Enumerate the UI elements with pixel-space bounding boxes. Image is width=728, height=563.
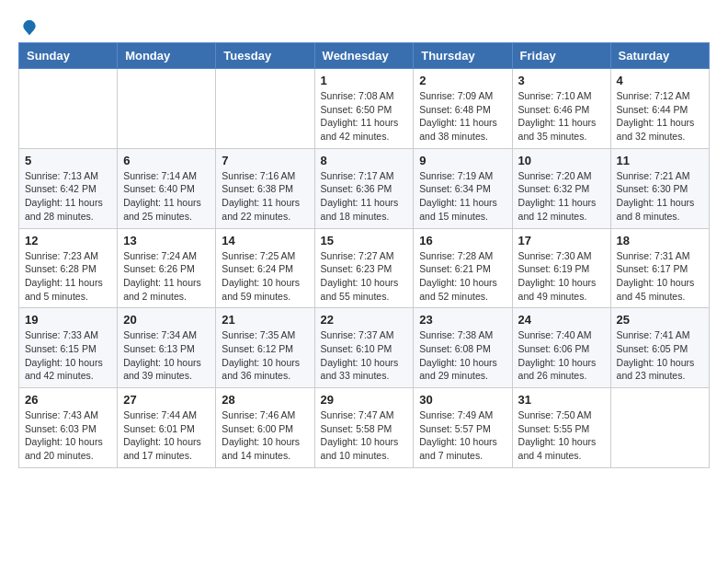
day-number: 28 xyxy=(222,393,308,407)
calendar-cell: 5Sunrise: 7:13 AMSunset: 6:42 PMDaylight… xyxy=(19,148,118,228)
day-info: Sunrise: 7:12 AMSunset: 6:44 PMDaylight:… xyxy=(617,89,703,144)
sunrise-text: Sunrise: 7:41 AM xyxy=(617,328,703,342)
day-info: Sunrise: 7:27 AMSunset: 6:23 PMDaylight:… xyxy=(321,249,408,304)
sunset-text: Sunset: 6:08 PM xyxy=(419,342,506,356)
sunrise-text: Sunrise: 7:37 AM xyxy=(321,328,408,342)
sunset-text: Sunset: 6:12 PM xyxy=(222,342,308,356)
calendar-cell: 27Sunrise: 7:44 AMSunset: 6:01 PMDayligh… xyxy=(118,388,216,468)
day-number: 11 xyxy=(617,154,703,167)
calendar-cell: 20Sunrise: 7:34 AMSunset: 6:13 PMDayligh… xyxy=(118,308,216,388)
day-number: 16 xyxy=(419,234,506,247)
sunset-text: Sunset: 6:28 PM xyxy=(25,262,111,276)
calendar-cell: 7Sunrise: 7:16 AMSunset: 6:38 PMDaylight… xyxy=(216,148,314,228)
calendar-cell: 24Sunrise: 7:40 AMSunset: 6:06 PMDayligh… xyxy=(512,308,610,388)
calendar-week-row: 19Sunrise: 7:33 AMSunset: 6:15 PMDayligh… xyxy=(19,308,710,388)
day-info: Sunrise: 7:34 AMSunset: 6:13 PMDaylight:… xyxy=(123,328,210,383)
page-header xyxy=(18,18,710,33)
day-number: 18 xyxy=(617,234,703,247)
sunrise-text: Sunrise: 7:33 AM xyxy=(25,328,111,342)
daylight-text: Daylight: 10 hours and 20 minutes. xyxy=(25,435,111,462)
calendar-cell: 14Sunrise: 7:25 AMSunset: 6:24 PMDayligh… xyxy=(216,228,314,308)
day-info: Sunrise: 7:30 AMSunset: 6:19 PMDaylight:… xyxy=(518,249,605,304)
day-number: 22 xyxy=(321,313,408,327)
sunrise-text: Sunrise: 7:31 AM xyxy=(617,249,703,263)
calendar-cell: 28Sunrise: 7:46 AMSunset: 6:00 PMDayligh… xyxy=(216,388,314,468)
sunset-text: Sunset: 6:19 PM xyxy=(518,262,605,276)
day-info: Sunrise: 7:49 AMSunset: 5:57 PMDaylight:… xyxy=(419,408,506,463)
calendar-cell: 31Sunrise: 7:50 AMSunset: 5:55 PMDayligh… xyxy=(512,388,610,468)
day-info: Sunrise: 7:38 AMSunset: 6:08 PMDaylight:… xyxy=(419,328,506,383)
day-info: Sunrise: 7:21 AMSunset: 6:30 PMDaylight:… xyxy=(617,169,703,224)
day-number: 21 xyxy=(222,313,308,327)
sunset-text: Sunset: 6:44 PM xyxy=(617,103,703,117)
day-header-sunday: Sunday xyxy=(19,43,118,69)
calendar-week-row: 1Sunrise: 7:08 AMSunset: 6:50 PMDaylight… xyxy=(19,69,710,149)
day-info: Sunrise: 7:09 AMSunset: 6:48 PMDaylight:… xyxy=(419,89,506,144)
day-info: Sunrise: 7:46 AMSunset: 6:00 PMDaylight:… xyxy=(222,408,308,463)
sunrise-text: Sunrise: 7:13 AM xyxy=(25,169,111,183)
sunset-text: Sunset: 6:48 PM xyxy=(419,103,506,117)
daylight-text: Daylight: 10 hours and 36 minutes. xyxy=(222,356,308,383)
sunrise-text: Sunrise: 7:25 AM xyxy=(222,249,308,263)
sunrise-text: Sunrise: 7:38 AM xyxy=(419,328,506,342)
sunrise-text: Sunrise: 7:34 AM xyxy=(123,328,210,342)
calendar-cell: 10Sunrise: 7:20 AMSunset: 6:32 PMDayligh… xyxy=(512,148,610,228)
daylight-text: Daylight: 11 hours and 15 minutes. xyxy=(419,196,506,223)
sunrise-text: Sunrise: 7:08 AM xyxy=(321,89,408,103)
calendar-cell: 25Sunrise: 7:41 AMSunset: 6:05 PMDayligh… xyxy=(610,308,709,388)
calendar-cell: 17Sunrise: 7:30 AMSunset: 6:19 PMDayligh… xyxy=(512,228,610,308)
sunrise-text: Sunrise: 7:14 AM xyxy=(123,169,210,183)
day-info: Sunrise: 7:10 AMSunset: 6:46 PMDaylight:… xyxy=(518,89,605,144)
day-number: 26 xyxy=(25,393,111,407)
daylight-text: Daylight: 11 hours and 42 minutes. xyxy=(321,116,408,143)
calendar-cell: 4Sunrise: 7:12 AMSunset: 6:44 PMDaylight… xyxy=(610,69,709,149)
day-number: 12 xyxy=(25,234,111,247)
day-info: Sunrise: 7:17 AMSunset: 6:36 PMDaylight:… xyxy=(321,169,408,224)
logo-icon xyxy=(20,18,39,37)
sunset-text: Sunset: 6:01 PM xyxy=(123,422,210,436)
daylight-text: Daylight: 10 hours and 26 minutes. xyxy=(518,356,605,383)
daylight-text: Daylight: 11 hours and 5 minutes. xyxy=(25,276,111,303)
day-info: Sunrise: 7:43 AMSunset: 6:03 PMDaylight:… xyxy=(25,408,111,463)
daylight-text: Daylight: 10 hours and 23 minutes. xyxy=(617,356,703,383)
sunset-text: Sunset: 6:23 PM xyxy=(321,262,408,276)
sunset-text: Sunset: 5:58 PM xyxy=(321,422,408,436)
sunrise-text: Sunrise: 7:23 AM xyxy=(25,249,111,263)
day-number: 20 xyxy=(123,313,210,327)
day-info: Sunrise: 7:24 AMSunset: 6:26 PMDaylight:… xyxy=(123,249,210,304)
day-number: 13 xyxy=(123,234,210,247)
sunset-text: Sunset: 6:15 PM xyxy=(25,342,111,356)
sunrise-text: Sunrise: 7:17 AM xyxy=(321,169,408,183)
sunrise-text: Sunrise: 7:24 AM xyxy=(123,249,210,263)
daylight-text: Daylight: 11 hours and 25 minutes. xyxy=(123,196,210,223)
calendar-cell: 3Sunrise: 7:10 AMSunset: 6:46 PMDaylight… xyxy=(512,69,610,149)
daylight-text: Daylight: 10 hours and 29 minutes. xyxy=(419,356,506,383)
daylight-text: Daylight: 10 hours and 49 minutes. xyxy=(518,276,605,303)
sunset-text: Sunset: 6:32 PM xyxy=(518,182,605,196)
sunrise-text: Sunrise: 7:21 AM xyxy=(617,169,703,183)
day-number: 9 xyxy=(419,154,506,167)
daylight-text: Daylight: 11 hours and 18 minutes. xyxy=(321,196,408,223)
day-info: Sunrise: 7:16 AMSunset: 6:38 PMDaylight:… xyxy=(222,169,308,224)
day-number: 7 xyxy=(222,154,308,167)
calendar-cell xyxy=(216,69,314,149)
sunset-text: Sunset: 6:42 PM xyxy=(25,182,111,196)
day-info: Sunrise: 7:25 AMSunset: 6:24 PMDaylight:… xyxy=(222,249,308,304)
calendar-cell: 8Sunrise: 7:17 AMSunset: 6:36 PMDaylight… xyxy=(314,148,414,228)
daylight-text: Daylight: 10 hours and 10 minutes. xyxy=(321,435,408,462)
sunset-text: Sunset: 6:00 PM xyxy=(222,422,308,436)
daylight-text: Daylight: 10 hours and 59 minutes. xyxy=(222,276,308,303)
day-info: Sunrise: 7:33 AMSunset: 6:15 PMDaylight:… xyxy=(25,328,111,383)
calendar-week-row: 26Sunrise: 7:43 AMSunset: 6:03 PMDayligh… xyxy=(19,388,710,468)
calendar-cell: 2Sunrise: 7:09 AMSunset: 6:48 PMDaylight… xyxy=(414,69,512,149)
day-info: Sunrise: 7:31 AMSunset: 6:17 PMDaylight:… xyxy=(617,249,703,304)
day-number: 8 xyxy=(321,154,408,167)
logo xyxy=(18,18,39,33)
calendar-cell: 12Sunrise: 7:23 AMSunset: 6:28 PMDayligh… xyxy=(19,228,118,308)
sunrise-text: Sunrise: 7:43 AM xyxy=(25,408,111,422)
day-number: 27 xyxy=(123,393,210,407)
daylight-text: Daylight: 10 hours and 52 minutes. xyxy=(419,276,506,303)
day-info: Sunrise: 7:50 AMSunset: 5:55 PMDaylight:… xyxy=(518,408,605,463)
sunrise-text: Sunrise: 7:20 AM xyxy=(518,169,605,183)
sunset-text: Sunset: 6:06 PM xyxy=(518,342,605,356)
